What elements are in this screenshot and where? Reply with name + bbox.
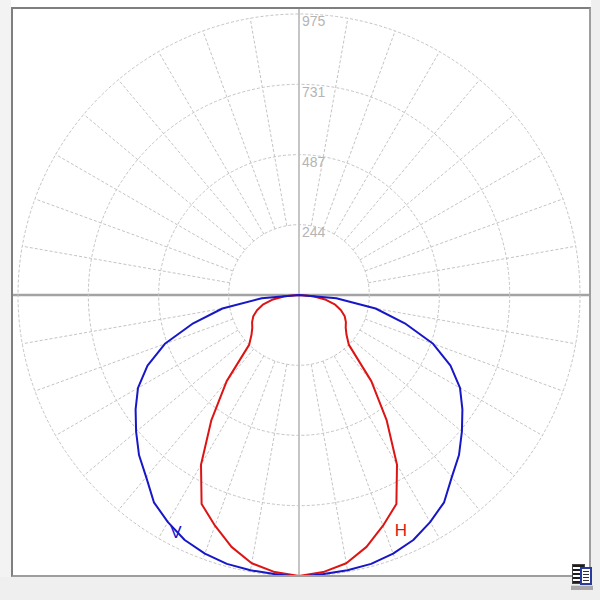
grid-spoke	[250, 18, 287, 225]
grid-spoke	[353, 114, 514, 249]
grid-spoke	[365, 199, 563, 271]
curve-label-V: V	[170, 523, 182, 542]
grid-spoke	[323, 31, 395, 229]
window-margin-bottom	[0, 577, 600, 600]
grid-spoke	[311, 18, 348, 225]
document-table-button[interactable]	[571, 563, 595, 593]
ring-label: 244	[302, 224, 326, 240]
grid-spoke	[334, 356, 439, 538]
curve-label-H: H	[395, 521, 407, 540]
ring-label: 975	[302, 13, 326, 29]
polar-chart: 244487731975HV	[13, 9, 589, 575]
grid-spoke	[203, 31, 275, 229]
grid-spoke	[311, 364, 348, 571]
grid-spoke	[353, 340, 514, 475]
document-frame-lines	[583, 571, 589, 581]
grid-spoke	[323, 361, 395, 559]
grid-spoke	[84, 340, 245, 475]
grid-spoke	[203, 361, 275, 559]
grid-spoke	[360, 154, 542, 259]
window-margin-right	[591, 0, 600, 600]
ring-label: 731	[302, 84, 326, 100]
grid-spoke	[118, 80, 253, 241]
ring-label: 487	[302, 154, 326, 170]
grid-spoke	[368, 246, 575, 283]
chart-area: 244487731975HV	[13, 9, 589, 575]
grid-spoke	[84, 114, 245, 249]
grid-spoke	[22, 246, 229, 283]
grid-spoke	[56, 154, 238, 259]
grid-spoke	[344, 349, 479, 510]
grid-spoke	[368, 307, 575, 344]
document-frame-icon	[580, 567, 592, 585]
window-margin-left	[0, 0, 11, 600]
grid-spoke	[158, 52, 263, 234]
grid-spoke	[344, 80, 479, 241]
grid-spoke	[334, 52, 439, 234]
grid-spoke	[35, 319, 233, 391]
grid-spoke	[158, 356, 263, 538]
grid-spoke	[250, 364, 287, 571]
grid-spoke	[118, 349, 253, 510]
grid-spoke	[35, 199, 233, 271]
icon-base-shadow	[571, 585, 593, 590]
grid-spoke	[22, 307, 229, 344]
grid-spoke	[365, 319, 563, 391]
